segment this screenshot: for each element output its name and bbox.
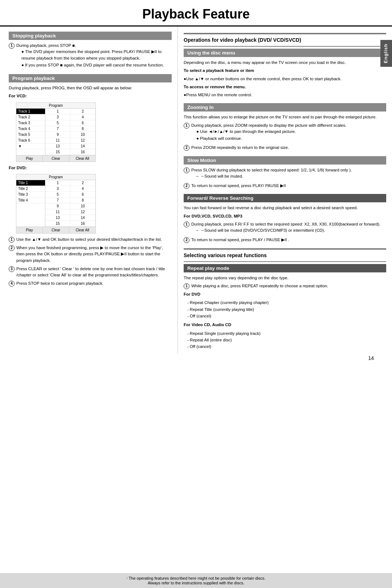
vcd-program-table: Program Track 1 Track 2 Track 3 Track 4 … xyxy=(16,102,96,162)
repeat-intro: The repeat play options vary depending o… xyxy=(184,275,386,281)
slow-step-2: 2 To return to normal speed, press PLAY/… xyxy=(184,183,386,189)
repeat-vcd-item-3: Off (cancel) xyxy=(184,343,386,350)
access-text: ●Press MENU on the remote control. xyxy=(184,92,386,98)
forward-intro: You can fast forward or fast reverse a d… xyxy=(184,205,386,211)
dvd-title-4: Title 4 xyxy=(16,198,45,203)
repeat-functions-title: Selecting various repeat functions xyxy=(184,248,386,259)
program-intro: During playback, press PROG, then the OS… xyxy=(9,85,172,91)
prog-step-2: 2 When you have finished programming, pr… xyxy=(9,245,172,264)
zooming-intro: This function allows you to enlarge the … xyxy=(184,114,386,120)
vcd-number-col: 1 2 3 4 5 6 7 8 9 10 11 12 13 14 xyxy=(45,109,95,155)
dvd-track-col: Title 1 Title 2 Title 3 Title 4 xyxy=(16,180,45,227)
select-label: To select a playback feature or item xyxy=(184,68,386,74)
vcd-track-5: Track 5 xyxy=(16,132,45,138)
stopping-playback-header: Stopping playback xyxy=(9,32,172,40)
forward-step-1: 1 During playback, press F.R/ F.F to sel… xyxy=(184,221,386,235)
vcd-track-6: Track 6 xyxy=(16,138,45,143)
repeat-dvd-item-3: Off (cancel) xyxy=(184,313,386,319)
stopping-text-1: During playback, press STOP ■. The DVD p… xyxy=(16,42,172,69)
program-playback-section: Program playback During playback, press … xyxy=(9,74,172,287)
slow-step-1: 1 Press SLOW during playback to select t… xyxy=(184,167,386,181)
left-column: Stopping playback 1 During playback, pre… xyxy=(0,27,178,354)
repeat-vcd-item-1: Repeat Single (currently playing track) xyxy=(184,330,386,337)
vcd-buttons: Play Clear Clear All xyxy=(16,155,95,162)
zooming-section: Zooming In This function allows you to e… xyxy=(184,103,386,151)
vcd-track-1: Track 1 xyxy=(16,109,45,114)
stopping-playback-section: Stopping playback 1 During playback, pre… xyxy=(9,32,172,69)
repeat-mode-header: Repeat play mode xyxy=(184,264,386,272)
dvd-clear-all-btn[interactable]: Clear All xyxy=(69,227,95,233)
repeat-vcd-item-2: Repeat All (entire disc) xyxy=(184,337,386,343)
video-ops-section: Operations for video playback (DVD/ VCD/… xyxy=(184,33,386,44)
program-playback-header: Program playback xyxy=(9,74,172,82)
zoom-step-1: 1 During playback, press ZOOM repeatedly… xyxy=(184,122,386,143)
num-1: 1 xyxy=(9,43,15,49)
vcd-track-2: Track 2 xyxy=(16,114,45,120)
dvd-play-btn[interactable]: Play xyxy=(16,227,43,233)
prog-step-4: 4 Press STOP twice to cancel program pla… xyxy=(9,280,172,287)
slow-motion-header: Slow Motion xyxy=(184,156,386,165)
dvd-program-table: Program Title 1 Title 2 Title 3 Title 4 … xyxy=(16,174,96,234)
dvd-clear-btn[interactable]: Clear xyxy=(43,227,69,233)
english-tab: English xyxy=(380,40,392,67)
access-label: To access or remove the menu. xyxy=(184,84,386,90)
vcd-track-3: Track 3 xyxy=(16,120,45,126)
prog-step-1: 1 Use the ▲/▼ and OK button to select yo… xyxy=(9,236,172,243)
page-number: 14 xyxy=(368,355,374,361)
footer-line-1: ∶ The operating features described here … xyxy=(0,576,392,581)
select-text: ●Use ▲/▼ or number buttons on the remote… xyxy=(184,76,386,82)
vcd-table-title: Program xyxy=(16,103,95,109)
disc-menu-intro: Depending on the disc, a menu may appear… xyxy=(184,60,386,66)
page-title: Playback Feature xyxy=(0,0,392,27)
dvd-table-title: Program xyxy=(16,174,95,180)
dvd-title-3: Title 3 xyxy=(16,192,45,198)
vcd-clear-btn[interactable]: Clear xyxy=(43,155,69,162)
slow-motion-section: Slow Motion 1 Press SLOW during playback… xyxy=(184,156,386,189)
repeat-section: Selecting various repeat functions Repea… xyxy=(184,248,386,350)
repeat-vcd-label: For Video CD, Audio CD xyxy=(184,322,386,328)
repeat-dvd-item-1: Repeat Chapter (currently playing chapte… xyxy=(184,299,386,306)
page-number-area: 14 xyxy=(0,354,392,362)
right-column: Operations for video playback (DVD/ VCD/… xyxy=(178,27,392,354)
dvd-title-2: Title 2 xyxy=(16,186,45,192)
vcd-track-col: Track 1 Track 2 Track 3 Track 4 Track 5 … xyxy=(16,109,45,155)
repeat-dvd-label: For DVD xyxy=(184,291,386,297)
forward-reverse-header: Forward/ Reverse Searching xyxy=(184,194,386,202)
disc-menu-header: Using the disc menu xyxy=(184,49,386,57)
zoom-step-2: 2 Press ZOOM repeatedly to return to the… xyxy=(184,145,386,151)
dvd-buttons: Play Clear Clear All xyxy=(16,227,95,233)
zooming-header: Zooming In xyxy=(184,103,386,111)
video-ops-header: Operations for video playback (DVD/ VCD/… xyxy=(184,36,386,44)
vcd-track-4: Track 4 xyxy=(16,126,45,132)
repeat-dvd-item-2: Repeat Title (currently playing title) xyxy=(184,306,386,313)
stopping-bullet-1: The DVD player memorises the stopped poi… xyxy=(16,49,172,61)
forward-reverse-section: Forward/ Reverse Searching You can fast … xyxy=(184,194,386,243)
footer-line-2: Always refer to the instructions supplie… xyxy=(0,581,392,585)
prog-step-3: 3 Press CLEAR or select ' Clear ' to del… xyxy=(9,266,172,279)
for-vcd-label: For VCD: xyxy=(9,93,172,99)
vcd-track-more: ▼ xyxy=(16,143,45,149)
stopping-bullet-2: If you press STOP ■ again, the DVD playe… xyxy=(16,62,172,68)
disc-menu-section: Using the disc menu Depending on the dis… xyxy=(184,49,386,98)
vcd-play-btn[interactable]: Play xyxy=(16,155,43,162)
stopping-item-1: 1 During playback, press STOP ■. The DVD… xyxy=(9,42,172,69)
dvd-number-col: 1 2 3 4 5 6 7 8 9 10 11 12 13 14 xyxy=(45,180,95,227)
for-dvd-vcd-label: For DVD,VCD, SVCD,CD, MP3 xyxy=(184,213,386,219)
vcd-clear-all-btn[interactable]: Clear All xyxy=(69,155,95,162)
repeat-step-1: 1 While playing a disc, press REPEAT rep… xyxy=(184,283,386,289)
footer: ∶ The operating features described here … xyxy=(0,573,392,588)
for-dvd-label: For DVD: xyxy=(9,165,172,171)
dvd-title-1: Title 1 xyxy=(16,180,45,186)
forward-step-2: 2 To return to normal speed, press PLAY … xyxy=(184,237,386,243)
